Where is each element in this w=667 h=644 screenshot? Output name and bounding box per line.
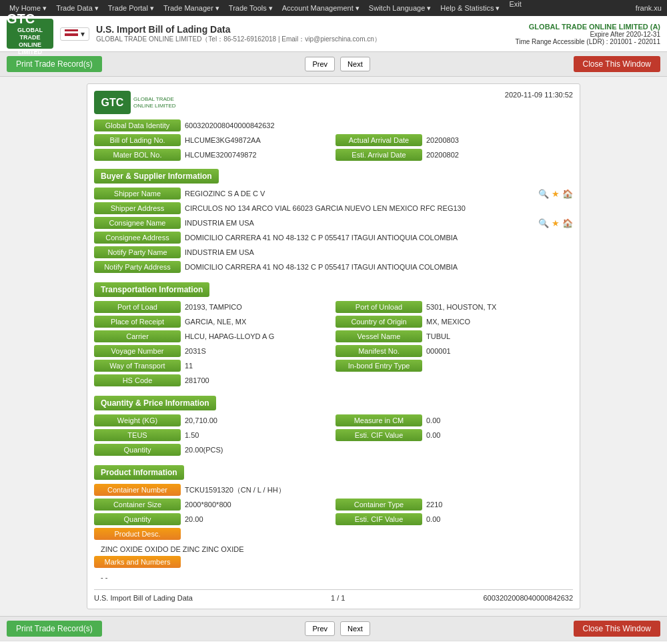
nav-trade-tools[interactable]: Trade Tools ▾ [225, 0, 277, 16]
consignee-star-icon[interactable]: ★ [552, 218, 560, 228]
flag-dropdown-arrow: ▾ [81, 29, 85, 39]
esti-arrival-value: 20200802 [426, 151, 573, 159]
place-receipt-col: Place of Receipt GARCIA, NLE, MX [94, 316, 331, 328]
container-size-value: 2000*800*800 [185, 501, 331, 509]
hs-code-value: 281700 [185, 376, 573, 384]
hs-code-row: HS Code 281700 [94, 374, 573, 386]
way-of-transport-label: Way of Transport [94, 360, 181, 372]
next-button-top[interactable]: Next [340, 57, 370, 71]
teus-cif-row: TEUS 1.50 Esti. CIF Value 0.00 [94, 429, 573, 441]
manifest-no-value: 000001 [426, 347, 573, 355]
weight-measure-row: Weight (KG) 20,710.00 Measure in CM 0.00 [94, 414, 573, 426]
consignee-name-label: Consignee Name [94, 217, 181, 229]
container-type-col: Container Type 2210 [336, 499, 573, 511]
next-button-bottom[interactable]: Next [340, 621, 370, 636]
shipper-name-label: Shipper Name [94, 188, 181, 200]
country-of-origin-label: Country of Origin [336, 316, 422, 328]
nav-trade-manager[interactable]: Trade Manager ▾ [159, 0, 223, 16]
print-button-bottom[interactable]: Print Trade Record(s) [7, 621, 102, 637]
close-button-top[interactable]: Close This Window [574, 56, 660, 72]
page-title: U.S. Import Bill of Lading Data [96, 24, 381, 35]
consignee-home-icon[interactable]: 🏠 [562, 218, 573, 228]
marks-value: - - [94, 571, 573, 584]
shipper-star-icon[interactable]: ★ [552, 189, 560, 199]
nav-account-management[interactable]: Account Management ▾ [278, 0, 364, 16]
actual-arrival-label: Actual Arrival Date [336, 134, 422, 146]
place-of-receipt-label: Place of Receipt [94, 316, 181, 328]
notify-party-name-label: Notify Party Name [94, 246, 181, 258]
prev-button-bottom[interactable]: Prev [305, 621, 335, 636]
consignee-search-icon[interactable]: 🔍 [538, 218, 549, 228]
shipper-address-value: CIRCULOS NO 134 ARCO VIAL 66023 GARCIA N… [185, 204, 573, 212]
record-header: GTC GLOBAL TRADEONLINE LIMITED 2020-11-0… [94, 91, 573, 114]
place-of-receipt-value: GARCIA, NLE, MX [185, 318, 331, 326]
consignee-name-row: Consignee Name INDUSTRIA EM USA 🔍 ★ 🏠 [94, 217, 573, 229]
esti-cif-value: 0.00 [426, 431, 573, 439]
buyer-supplier-section: Buyer & Supplier Information Shipper Nam… [94, 164, 573, 273]
port-of-load-value: 20193, TAMPICO [185, 303, 331, 311]
notify-party-name-row: Notify Party Name INDUSTRIA EM USA [94, 246, 573, 258]
in-bond-entry-label: In-bond Entry Type [336, 360, 422, 372]
port-row: Port of Load 20193, TAMPICO Port of Unlo… [94, 301, 573, 313]
nav-help-statistics[interactable]: Help & Statistics ▾ [436, 0, 504, 16]
teus-label: TEUS [94, 429, 181, 441]
container-number-label: Container Number [94, 484, 181, 496]
container-type-value: 2210 [426, 501, 573, 509]
product-header: Product Information [94, 465, 184, 480]
shipper-home-icon[interactable]: 🏠 [562, 189, 573, 199]
way-of-transport-value: 11 [185, 362, 331, 370]
consignee-name-value: INDUSTRIA EM USA [185, 219, 530, 227]
global-data-identity-label: Global Data Identity [94, 119, 181, 131]
footer-title: U.S. Import Bill of Lading Data [94, 594, 193, 602]
time-range: Time Range Accessible (LDR) : 201001 - 2… [515, 38, 660, 45]
nav-trade-data[interactable]: Trade Data ▾ [52, 0, 103, 16]
manifest-no-label: Manifest No. [336, 345, 422, 357]
product-qty-col: Quantity 20.00 [94, 513, 331, 525]
bol-arrival-row: Bill of Lading No. HLCUME3KG49872AA Actu… [94, 134, 573, 146]
port-load-col: Port of Load 20193, TAMPICO [94, 301, 331, 313]
measure-in-cm-value: 0.00 [426, 416, 573, 424]
header-right: GLOBAL TRADE ONLINE LIMITED (A) Expire A… [515, 23, 660, 45]
consignee-address-row: Consignee Address DOMICILIO CARRERA 41 N… [94, 232, 573, 244]
nav-switch-language[interactable]: Switch Language ▾ [365, 0, 435, 16]
carrier-label: Carrier [94, 330, 181, 342]
product-quantity-value: 20.00 [185, 515, 331, 523]
esti-cif-col: Esti. CIF Value 0.00 [336, 429, 573, 441]
carrier-col: Carrier HLCU, HAPAG-LLOYD A G [94, 330, 331, 342]
header-left: GTC GLOBAL TRADEONLINE LIMITED ▾ U.S. Im… [7, 19, 381, 49]
quantity-row: Quantity 20.00(PCS) [94, 444, 573, 456]
shipper-search-icon[interactable]: 🔍 [538, 189, 549, 199]
user-name: frank.xu [636, 4, 662, 12]
teus-col: TEUS 1.50 [94, 429, 331, 441]
buyer-supplier-header: Buyer & Supplier Information [94, 169, 219, 184]
print-button-top[interactable]: Print Trade Record(s) [7, 56, 102, 72]
container-size-col: Container Size 2000*800*800 [94, 499, 331, 511]
notify-party-address-label: Notify Party Address [94, 261, 181, 273]
container-number-value: TCKU1591320（CN / L / HH） [185, 485, 573, 495]
prev-button-top[interactable]: Prev [305, 57, 335, 71]
nav-exit[interactable]: Exit [505, 0, 525, 16]
way-transport-col: Way of Transport 11 [94, 360, 331, 372]
vessel-col: Vessel Name TUBUL [336, 330, 573, 342]
voyage-number-label: Voyage Number [94, 345, 181, 357]
vessel-name-value: TUBUL [426, 332, 573, 340]
mater-bol-col: Mater BOL No. HLCUME3200749872 [94, 149, 331, 161]
record-logo-gtc: GTC [101, 97, 124, 109]
notify-party-address-row: Notify Party Address DOMICILIO CARRERA 4… [94, 261, 573, 273]
nav-buttons-bottom: Prev Next [303, 621, 371, 636]
receipt-origin-row: Place of Receipt GARCIA, NLE, MX Country… [94, 316, 573, 328]
port-unload-col: Port of Unload 5301, HOUSTON, TX [336, 301, 573, 313]
container-size-label: Container Size [94, 499, 181, 511]
notify-party-name-value: INDUSTRIA EM USA [185, 248, 573, 256]
marks-numbers-row: Marks and Numbers [94, 556, 573, 568]
language-selector[interactable]: ▾ [60, 27, 89, 41]
mater-bol-row: Mater BOL No. HLCUME3200749872 Esti. Arr… [94, 149, 573, 161]
measure-col: Measure in CM 0.00 [336, 414, 573, 426]
product-desc-label: Product Desc. [94, 528, 181, 540]
close-button-bottom[interactable]: Close This Window [574, 621, 660, 637]
bill-of-lading-label: Bill of Lading No. [94, 134, 181, 146]
top-navigation: My Home ▾ Trade Data ▾ Trade Portal ▾ Tr… [0, 0, 667, 16]
logo-gtc-text: GTC [7, 11, 53, 27]
nav-trade-portal[interactable]: Trade Portal ▾ [104, 0, 158, 16]
consignee-address-value: DOMICILIO CARRERA 41 NO 48-132 C P 05541… [185, 234, 573, 242]
